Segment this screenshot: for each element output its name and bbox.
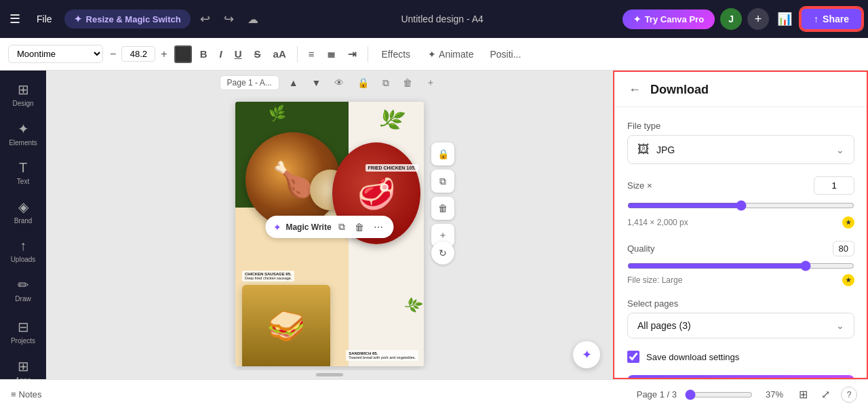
- file-type-selector[interactable]: 🖼 JPG ⌄: [627, 135, 854, 164]
- copy-canvas-button[interactable]: ⧉: [431, 170, 454, 193]
- canvas-scroll-area[interactable]: Borcelle Restaurant FOOD MENU 🌿 🌿 🌿: [46, 95, 613, 370]
- page-indicator: Page 1 / 3: [637, 389, 677, 400]
- align-left-button[interactable]: ≡: [304, 45, 319, 62]
- sidebar-item-projects[interactable]: ⊟ Projects: [3, 313, 43, 350]
- copy-text-button[interactable]: ⧉: [336, 220, 348, 234]
- save-settings-checkbox[interactable]: [627, 351, 639, 363]
- expand-view-button[interactable]: ⤢: [818, 387, 833, 402]
- magic-write-bar: ✦ Magic Write ⧉ 🗑 ⋯: [265, 216, 393, 238]
- page-progress-slider[interactable]: [685, 389, 753, 400]
- page-nav-down-button[interactable]: ▼: [308, 75, 326, 90]
- file-type-label: File type: [627, 121, 854, 131]
- effects-button[interactable]: Effects: [375, 46, 418, 62]
- font-size-input[interactable]: [121, 46, 155, 62]
- sidebar-item-label: Projects: [11, 337, 35, 345]
- sandwich-label: SANDWICH 65. Toasted bread with pork and…: [346, 350, 418, 361]
- scroll-indicator-area: [46, 370, 613, 379]
- help-button[interactable]: ?: [841, 387, 857, 403]
- pages-value: All pages (3): [637, 320, 691, 331]
- apps-icon: ⊞: [18, 358, 29, 374]
- magic-assistant-button[interactable]: ✦: [573, 341, 600, 368]
- share-button[interactable]: ↑ Share: [800, 7, 863, 31]
- pages-chevron-icon: ⌄: [836, 320, 844, 331]
- canvas-area: Page 1 - A... ▲ ▼ 👁 🔒 ⧉ 🗑 ＋ Borcelle Res…: [46, 71, 613, 379]
- draw-icon: ✏: [18, 277, 29, 293]
- lock-canvas-button[interactable]: 🔒: [431, 142, 454, 165]
- undo-button[interactable]: ↩: [196, 9, 214, 29]
- file-type-section: File type 🖼 JPG ⌄: [627, 121, 854, 164]
- italic-button[interactable]: I: [216, 45, 226, 62]
- dimension-text: 1,414 × 2,000 px: [627, 218, 688, 227]
- file-type-value: JPG: [656, 144, 675, 155]
- quality-slider[interactable]: [627, 260, 854, 271]
- decrease-font-size-button[interactable]: −: [107, 47, 119, 62]
- canvas-wrapper: Borcelle Restaurant FOOD MENU 🌿 🌿 🌿: [235, 102, 424, 366]
- panel-back-button[interactable]: ←: [627, 81, 642, 98]
- panel-title: Download: [650, 83, 709, 97]
- hamburger-button[interactable]: ☰: [5, 7, 24, 31]
- design-icon: ⊞: [18, 81, 29, 98]
- chicken-emoji: 🍗: [272, 160, 314, 199]
- avatar[interactable]: J: [720, 8, 742, 30]
- text-icon: T: [19, 160, 27, 176]
- delete-canvas-button[interactable]: 🗑: [431, 197, 454, 220]
- refresh-button[interactable]: ↻: [431, 241, 454, 265]
- sidebar-item-brand[interactable]: ◈ Brand: [3, 193, 43, 230]
- add-user-button[interactable]: +: [747, 8, 769, 30]
- sidebar-item-draw[interactable]: ✏ Draw: [3, 271, 43, 308]
- sidebar-item-text[interactable]: T Text: [3, 155, 43, 191]
- eye-icon-button[interactable]: 👁: [330, 75, 348, 90]
- animate-button[interactable]: ✦ Animate: [421, 46, 480, 62]
- strikethrough-button[interactable]: S: [250, 45, 265, 62]
- animate-icon: ✦: [428, 49, 436, 60]
- indent-button[interactable]: ⇥: [344, 45, 361, 63]
- bold-button[interactable]: B: [196, 45, 212, 62]
- analytics-button[interactable]: 📊: [774, 9, 795, 29]
- position-button[interactable]: Positi...: [484, 46, 526, 62]
- more-options-button[interactable]: ⋯: [371, 220, 386, 234]
- pages-selector[interactable]: All pages (3) ⌄: [627, 313, 854, 338]
- lock-icon-button[interactable]: 🔒: [353, 75, 373, 90]
- delete-text-button[interactable]: 🗑: [352, 220, 367, 234]
- page-label[interactable]: Page 1 - A...: [220, 75, 279, 90]
- sidebar-item-uploads[interactable]: ↑ Uploads: [3, 233, 43, 269]
- add-page-button[interactable]: ＋: [422, 75, 439, 91]
- chevron-down-icon: ⌄: [836, 144, 844, 155]
- sidebar-item-elements[interactable]: ✦ Elements: [3, 115, 43, 152]
- projects-icon: ⊟: [18, 319, 29, 335]
- brand-icon: ◈: [18, 199, 28, 215]
- dimension-row: 1,414 × 2,000 px ★: [627, 216, 854, 229]
- zoom-level: 37%: [761, 389, 788, 400]
- file-button[interactable]: File: [30, 9, 59, 28]
- top-bar-right: ✦ Try Canva Pro J + 📊 ↑ Share: [623, 7, 863, 31]
- font-select[interactable]: Moontime: [8, 45, 103, 63]
- size-value-input[interactable]: [814, 176, 854, 195]
- sidebar-item-design[interactable]: ⊞ Design: [3, 76, 43, 113]
- case-button[interactable]: aA: [269, 45, 290, 62]
- notes-button[interactable]: ≡ Notes: [11, 389, 42, 400]
- delete-page-button[interactable]: 🗑: [399, 75, 416, 90]
- text-color-button[interactable]: [174, 45, 192, 63]
- save-cloud-button[interactable]: ☁: [243, 10, 262, 28]
- font-size-control: − +: [107, 46, 170, 62]
- scroll-indicator: [316, 373, 343, 376]
- quality-row: Quality 80: [627, 241, 854, 256]
- resize-magic-button[interactable]: ✦ Resize & Magic Switch: [64, 9, 191, 28]
- select-pages-label: Select pages: [627, 298, 854, 309]
- separator: [297, 46, 298, 62]
- size-slider[interactable]: [627, 200, 854, 211]
- copy-page-button[interactable]: ⧉: [378, 75, 393, 91]
- redo-button[interactable]: ↪: [220, 9, 238, 29]
- sidebar-item-label: Design: [12, 100, 33, 107]
- left-sidebar: ⊞ Design ✦ Elements T Text ◈ Brand ↑ Upl…: [0, 71, 46, 379]
- size-section: Size × 1,414 × 2,000 px ★: [627, 176, 854, 229]
- notes-icon: ≡: [11, 389, 16, 400]
- page-nav-up-button[interactable]: ▲: [285, 75, 302, 90]
- grid-view-button[interactable]: ⊞: [796, 387, 810, 402]
- list-button[interactable]: ≣: [323, 45, 340, 63]
- sidebar-item-apps[interactable]: ⊞ Apps: [3, 353, 43, 379]
- try-canva-pro-button[interactable]: ✦ Try Canva Pro: [623, 9, 715, 29]
- sidebar-item-label: Text: [17, 178, 29, 185]
- increase-font-size-button[interactable]: +: [158, 47, 170, 62]
- underline-button[interactable]: U: [231, 45, 246, 62]
